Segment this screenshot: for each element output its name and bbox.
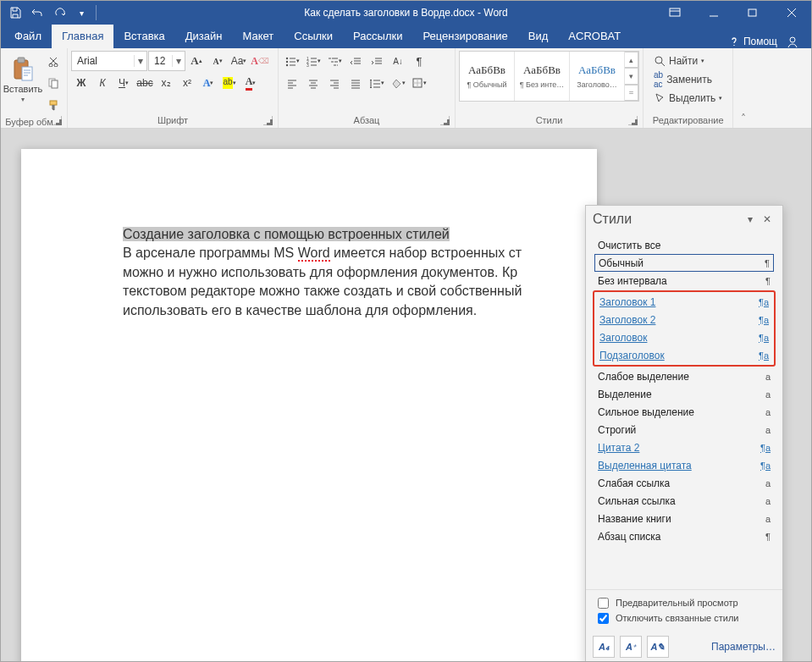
minimize-icon[interactable] bbox=[694, 1, 733, 25]
account-icon[interactable] bbox=[786, 35, 799, 48]
style-item[interactable]: Название книгиa bbox=[594, 510, 774, 527]
subscript-button[interactable]: x₂ bbox=[156, 73, 176, 93]
gallery-more-icon[interactable]: ＝ bbox=[625, 85, 638, 101]
tab-design[interactable]: Дизайн bbox=[175, 25, 233, 48]
strike-button[interactable]: abc bbox=[135, 73, 155, 93]
replace-button[interactable]: abacЗаменить bbox=[650, 71, 726, 88]
preview-checkbox[interactable]: Предварительный просмотр bbox=[594, 595, 774, 610]
format-painter-icon[interactable] bbox=[43, 95, 64, 115]
clipboard-dialog-icon[interactable] bbox=[52, 116, 62, 125]
highlight-icon[interactable]: ab▾ bbox=[219, 73, 240, 93]
superscript-button[interactable]: x² bbox=[177, 73, 197, 93]
doc-heading[interactable]: Создание заголовка с помощью встроенных … bbox=[123, 227, 450, 241]
tab-insert[interactable]: Вставка bbox=[113, 25, 174, 48]
style-item[interactable]: Обычный¶ bbox=[594, 254, 774, 272]
tab-acrobat[interactable]: ACROBAT bbox=[558, 25, 631, 48]
tab-layout[interactable]: Макет bbox=[232, 25, 284, 48]
redo-icon[interactable] bbox=[48, 2, 70, 24]
align-justify-icon[interactable] bbox=[345, 73, 366, 93]
style-item[interactable]: Слабая ссылкаa bbox=[594, 474, 774, 492]
align-center-icon[interactable] bbox=[303, 73, 323, 93]
doc-text[interactable]: использовать его в качестве шаблона для … bbox=[123, 303, 477, 317]
tab-home[interactable]: Главная bbox=[52, 25, 113, 48]
undo-icon[interactable] bbox=[26, 2, 48, 24]
style-item[interactable]: Без интервала¶ bbox=[594, 272, 774, 290]
style-no-spacing[interactable]: АаБбВв¶ Без инте… bbox=[515, 52, 570, 101]
line-spacing-icon[interactable]: ▾ bbox=[367, 73, 387, 93]
style-item[interactable]: Подзаголовок¶a bbox=[596, 346, 772, 364]
style-item[interactable]: Заголовок 1¶a bbox=[596, 293, 772, 311]
clear-format-icon[interactable]: A⌫ bbox=[250, 51, 270, 71]
find-button[interactable]: Найти▾ bbox=[650, 52, 726, 69]
svg-point-12 bbox=[286, 61, 288, 63]
tab-review[interactable]: Рецензирование bbox=[412, 25, 517, 48]
align-left-icon[interactable] bbox=[282, 73, 302, 93]
styles-dialog-icon[interactable] bbox=[628, 116, 638, 125]
style-inspector-icon[interactable]: A⁺ bbox=[620, 636, 642, 658]
sort-icon[interactable]: A↓ bbox=[388, 51, 408, 71]
style-clear-all[interactable]: Очистить все bbox=[594, 236, 774, 254]
style-item[interactable]: Цитата 2¶a bbox=[594, 439, 774, 456]
font-dialog-icon[interactable] bbox=[263, 116, 273, 125]
numbering-icon[interactable]: 123▾ bbox=[303, 51, 323, 71]
font-color-icon[interactable]: A▾ bbox=[240, 73, 261, 93]
tell-me[interactable]: Помощ bbox=[728, 36, 777, 47]
borders-icon[interactable]: ▾ bbox=[409, 73, 429, 93]
tab-mailings[interactable]: Рассылки bbox=[343, 25, 412, 48]
bold-button[interactable]: Ж bbox=[71, 73, 91, 93]
indent-inc-icon[interactable] bbox=[367, 51, 387, 71]
doc-text[interactable]: В арсенале программы MS Word имеется наб… bbox=[123, 245, 522, 262]
tab-view[interactable]: Вид bbox=[518, 25, 559, 48]
font-name-combo[interactable]: Arial▾ bbox=[71, 51, 147, 71]
doc-text[interactable]: текстовом редакторе можно также создать … bbox=[123, 284, 522, 298]
qat-customize-icon[interactable]: ▾ bbox=[70, 2, 92, 24]
pilcrow-icon[interactable]: ¶ bbox=[409, 51, 429, 71]
save-icon[interactable] bbox=[4, 2, 26, 24]
style-item[interactable]: Заголовок¶a bbox=[596, 328, 772, 346]
page[interactable]: Создание заголовка с помощью встроенных … bbox=[21, 149, 597, 661]
style-item[interactable]: Сильная ссылкаa bbox=[594, 492, 774, 510]
paragraph-dialog-icon[interactable] bbox=[440, 116, 450, 125]
tab-references[interactable]: Ссылки bbox=[284, 25, 343, 48]
cut-icon[interactable] bbox=[43, 51, 64, 71]
collapse-ribbon-icon[interactable]: ˄ bbox=[733, 48, 754, 128]
text-effects-icon[interactable]: A▾ bbox=[198, 73, 218, 93]
style-heading1[interactable]: АаБбВвЗаголово… bbox=[570, 52, 625, 101]
shading-icon[interactable]: ▾ bbox=[388, 73, 408, 93]
ribbon-display-icon[interactable] bbox=[655, 1, 694, 25]
doc-text[interactable]: можно и нужно использовать для оформлени… bbox=[123, 265, 517, 279]
gallery-up-icon[interactable]: ▴ bbox=[625, 52, 638, 68]
style-item[interactable]: Сильное выделениеa bbox=[594, 403, 774, 421]
copy-icon[interactable] bbox=[43, 73, 64, 93]
style-item[interactable]: Абзац списка¶ bbox=[594, 527, 774, 545]
align-right-icon[interactable] bbox=[324, 73, 345, 93]
style-normal[interactable]: АаБбВв¶ Обычный bbox=[460, 52, 515, 101]
disable-linked-checkbox[interactable]: Отключить связанные стили bbox=[594, 610, 774, 626]
font-size-combo[interactable]: 12▾ bbox=[148, 51, 185, 71]
manage-styles-icon[interactable]: A✎ bbox=[647, 636, 669, 658]
shrink-font-icon[interactable]: A▾ bbox=[207, 51, 228, 71]
grow-font-icon[interactable]: A▴ bbox=[186, 51, 207, 71]
maximize-icon[interactable] bbox=[733, 1, 772, 25]
style-item[interactable]: Выделенная цитата¶a bbox=[594, 456, 774, 474]
panel-close-icon[interactable]: ✕ bbox=[759, 211, 776, 228]
multilevel-icon[interactable]: ▾ bbox=[324, 51, 345, 71]
bullets-icon[interactable]: ▾ bbox=[282, 51, 302, 71]
tab-file[interactable]: Файл bbox=[4, 25, 52, 48]
new-style-icon[interactable]: A₄ bbox=[593, 636, 615, 658]
indent-dec-icon[interactable] bbox=[345, 51, 366, 71]
style-item[interactable]: Выделениеa bbox=[594, 385, 774, 403]
italic-button[interactable]: К bbox=[92, 73, 113, 93]
style-item[interactable]: Слабое выделениеa bbox=[594, 367, 774, 385]
panel-params-link[interactable]: Параметры… bbox=[711, 641, 776, 653]
panel-menu-icon[interactable]: ▾ bbox=[742, 211, 759, 228]
close-icon[interactable] bbox=[772, 1, 811, 25]
paste-button[interactable]: Вставить ▾ bbox=[4, 51, 41, 108]
gallery-down-icon[interactable]: ▾ bbox=[625, 68, 638, 84]
styles-gallery[interactable]: АаБбВв¶ Обычный АаБбВв¶ Без инте… АаБбВв… bbox=[459, 51, 639, 102]
select-button[interactable]: Выделить▾ bbox=[650, 90, 726, 107]
style-item[interactable]: Заголовок 2¶a bbox=[596, 311, 772, 328]
style-item[interactable]: Строгийa bbox=[594, 421, 774, 439]
underline-button[interactable]: Ч▾ bbox=[113, 73, 134, 93]
change-case-icon[interactable]: Aa▾ bbox=[229, 51, 249, 71]
